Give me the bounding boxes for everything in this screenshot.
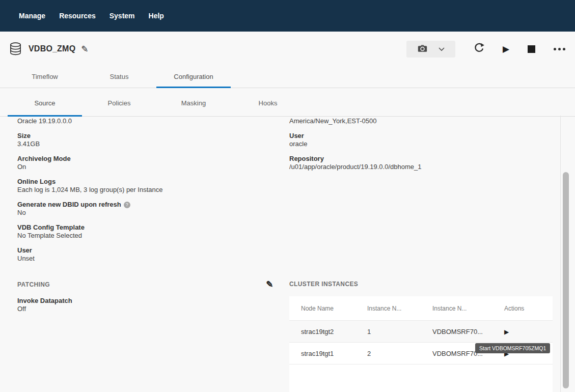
help-icon[interactable]: ? <box>124 202 130 208</box>
refresh-button[interactable] <box>474 43 484 55</box>
field-label: Invoke Datapatch <box>17 297 273 305</box>
top-nav-bar: Manage Resources System Help <box>0 0 575 32</box>
field-online-logs: Online Logs Each log is 1,024 MB, 3 log … <box>17 178 272 194</box>
chevron-down-icon <box>439 44 445 53</box>
source-right-column: America/New_York,EST-0500 User oracle Re… <box>289 117 554 178</box>
snapshot-button[interactable] <box>406 41 455 58</box>
cluster-instances-title: CLUSTER INSTANCES <box>289 280 358 288</box>
field-generate-new-dbid: Generate new DBID upon refresh? No <box>17 201 272 217</box>
field-value: Each log is 1,024 MB, 3 log group(s) per… <box>17 186 272 194</box>
cell-instance-name: VDBOMSRF70... <box>432 328 498 335</box>
field-label: Online Logs <box>17 178 272 186</box>
cell-node-name: strac19tgt2 <box>289 328 367 335</box>
field-value: On <box>17 163 272 171</box>
field-value: oracle <box>289 140 554 148</box>
column-header-instance-name: Instance N... <box>432 305 498 312</box>
nav-item-manage[interactable]: Manage <box>19 12 45 20</box>
start-instance-button[interactable]: ▶ <box>504 329 509 335</box>
source-left-column: Oracle 19.19.0.0.0 Size 3.41GB Archivelo… <box>17 117 272 269</box>
field-value: No <box>17 209 272 217</box>
header-actions: ▶ <box>406 41 565 58</box>
more-actions-button[interactable] <box>554 48 565 50</box>
field-value: 3.41GB <box>17 140 272 148</box>
edit-title-pencil-icon[interactable]: ✎ <box>81 45 88 53</box>
field-value: No Template Selected <box>17 232 272 240</box>
patching-edit-pencil-icon[interactable]: ✎ <box>266 280 273 289</box>
field-label: Archivelog Mode <box>17 155 272 163</box>
field-label: User <box>17 246 272 255</box>
patching-section: PATCHING ✎ Invoke Datapatch Off <box>17 280 273 320</box>
field-label: Generate new DBID upon refresh? <box>17 201 272 209</box>
cluster-instances-section: CLUSTER INSTANCES Node Name Instance N..… <box>289 280 553 392</box>
field-label: VDB Config Template <box>17 223 272 232</box>
field-label: User <box>289 132 554 140</box>
field-label: Size <box>17 132 272 140</box>
field-timezone: America/New_York,EST-0500 <box>289 117 554 125</box>
configuration-subtab-bar: Source Policies Masking Hooks <box>0 88 575 117</box>
source-config-panel: Oracle 19.19.0.0.0 Size 3.41GB Archivelo… <box>0 116 575 392</box>
ellipsis-icon <box>554 48 556 50</box>
play-icon: ▶ <box>504 328 509 335</box>
refresh-icon <box>474 43 484 55</box>
main-tab-bar: Timeflow Status Configuration <box>0 66 575 88</box>
field-value: Unset <box>17 255 272 263</box>
page-header: VDBO_ZMQ ✎ <box>0 32 575 66</box>
column-header-node-name: Node Name <box>289 305 367 312</box>
nav-item-system[interactable]: System <box>109 12 135 20</box>
field-label: Repository <box>289 155 554 163</box>
column-header-actions: Actions <box>498 305 553 312</box>
cell-node-name: strac19tgt1 <box>289 350 367 357</box>
field-value: America/New_York,EST-0500 <box>289 117 554 125</box>
content-scrollbar-divider <box>560 116 561 392</box>
field-size: Size 3.41GB <box>17 132 272 148</box>
field-database-version: Oracle 19.19.0.0.0 <box>17 117 272 125</box>
field-repository: Repository /u01/app/oracle/product/19.19… <box>289 155 554 171</box>
nav-item-resources[interactable]: Resources <box>59 12 96 20</box>
nav-item-help[interactable]: Help <box>149 12 164 20</box>
subtab-hooks[interactable]: Hooks <box>231 88 305 116</box>
subtab-policies[interactable]: Policies <box>82 88 156 116</box>
subtab-source[interactable]: Source <box>8 88 82 116</box>
play-icon: ▶ <box>503 45 509 53</box>
subtab-masking[interactable]: Masking <box>156 88 231 116</box>
tab-configuration[interactable]: Configuration <box>156 66 231 88</box>
field-vdb-config-template: VDB Config Template No Template Selected <box>17 223 272 240</box>
field-value: /u01/app/oracle/product/19.19.0.0/dbhome… <box>289 163 554 171</box>
patching-section-title: PATCHING <box>17 281 50 289</box>
vertical-scrollbar-thumb[interactable] <box>563 172 569 388</box>
field-value: Off <box>17 305 273 313</box>
page-title: VDBO_ZMQ <box>29 44 75 53</box>
column-header-instance-number: Instance N... <box>367 305 432 312</box>
cell-instance-number: 1 <box>367 328 432 335</box>
field-user-left: User Unset <box>17 246 272 263</box>
start-instance-tooltip: Start VDBOMSRF705ZMQ1 <box>475 343 550 353</box>
field-invoke-datapatch: Invoke Datapatch Off <box>17 297 273 313</box>
table-row: strac19tgt2 1 VDBOMSRF70... ▶ <box>289 321 553 343</box>
field-user-right: User oracle <box>289 132 554 148</box>
database-icon <box>9 42 22 56</box>
cell-instance-number: 2 <box>367 350 432 357</box>
field-value: Oracle 19.19.0.0.0 <box>17 117 272 125</box>
table-header-row: Node Name Instance N... Instance N... Ac… <box>289 296 553 321</box>
field-archivelog-mode: Archivelog Mode On <box>17 155 272 171</box>
stop-icon <box>528 45 535 53</box>
tab-status[interactable]: Status <box>82 66 156 88</box>
camera-icon <box>417 44 428 54</box>
tab-timeflow[interactable]: Timeflow <box>8 66 82 88</box>
stop-vdb-button[interactable] <box>528 45 535 53</box>
start-vdb-button[interactable]: ▶ <box>503 45 509 53</box>
